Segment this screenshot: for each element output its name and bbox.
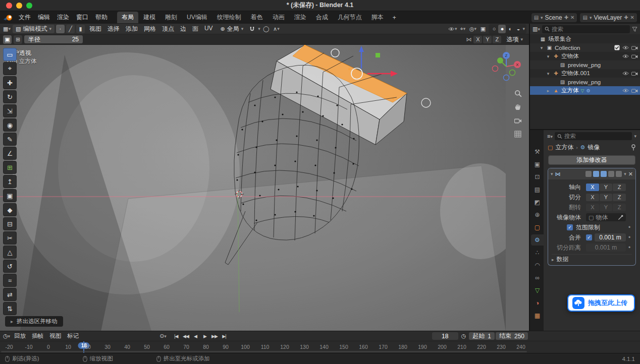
eye-icon[interactable] bbox=[622, 54, 629, 58]
bisect-axis-X-toggle[interactable]: X bbox=[586, 194, 599, 201]
outliner-row-空物体[interactable]: ▾✚空物体 bbox=[530, 52, 640, 60]
mirror-axis-Z-toggle[interactable]: Z bbox=[613, 184, 626, 191]
filter-icon[interactable] bbox=[632, 27, 637, 32]
display-viewport-toggle[interactable] bbox=[608, 171, 614, 177]
animate-dot[interactable]: • bbox=[627, 234, 632, 241]
workspace-tab-脚本[interactable]: 脚本 bbox=[367, 12, 388, 23]
add-workspace-button[interactable]: + bbox=[389, 13, 400, 22]
snap-options-dropdown[interactable]: ▾ bbox=[258, 26, 260, 31]
outliner-search-input[interactable] bbox=[552, 26, 627, 32]
hide-in-viewport-toggle[interactable] bbox=[622, 54, 629, 58]
properties-tab-texture[interactable]: ▦ bbox=[531, 310, 544, 321]
exclude-collection-checkbox[interactable] bbox=[614, 45, 620, 50]
outliner-search[interactable] bbox=[542, 25, 630, 33]
merge-checkbox[interactable]: ✓ bbox=[586, 234, 592, 240]
cursor-tool[interactable]: ⌖ bbox=[3, 62, 17, 75]
workspace-tab-着色[interactable]: 着色 bbox=[246, 12, 268, 23]
blender-logo-icon[interactable] bbox=[3, 14, 13, 22]
display-render-toggle[interactable] bbox=[616, 171, 622, 177]
properties-tab-physics[interactable]: ◠ bbox=[531, 260, 544, 271]
select-mode-vertex-button[interactable]: · bbox=[56, 25, 65, 33]
radius-slider[interactable]: 半径 25 bbox=[24, 35, 83, 43]
current-frame-field[interactable]: 18 bbox=[432, 332, 458, 340]
timeline-scrollbar[interactable] bbox=[1, 351, 527, 352]
checkbox-icon[interactable] bbox=[614, 45, 620, 50]
measure-tool[interactable]: ∠ bbox=[3, 147, 17, 160]
select-mode-edge-button[interactable]: ╱ bbox=[66, 25, 75, 33]
breadcrumb-modifier[interactable]: 镜像 bbox=[588, 143, 600, 152]
editor-type-button[interactable]: ▦▾ bbox=[3, 25, 11, 33]
properties-search-input[interactable] bbox=[564, 133, 630, 139]
loop-cut-tool[interactable]: ⊟ bbox=[3, 217, 17, 230]
mode-selector[interactable]: ▧ 编辑模式 ▾ bbox=[13, 25, 55, 33]
scale-tool[interactable]: ⇲ bbox=[3, 104, 17, 117]
knife-tool[interactable]: ✂ bbox=[3, 231, 17, 245]
topbar-menu-窗口[interactable]: 窗口 bbox=[73, 12, 92, 23]
bisect-axis-Y-toggle[interactable]: Y bbox=[600, 194, 613, 201]
select-mode-extend-button[interactable]: ⊞ bbox=[14, 35, 22, 44]
properties-tab-object-data[interactable]: ▽ bbox=[531, 285, 544, 296]
hide-in-viewport-toggle[interactable] bbox=[622, 88, 629, 93]
collapse-arrow-icon[interactable]: ▾ bbox=[551, 171, 553, 176]
select-mode-face-button[interactable]: ▮ bbox=[76, 25, 85, 33]
display-realtime-toggle[interactable] bbox=[601, 171, 607, 177]
operator-panel[interactable]: ▸ 挤出选区并移动 bbox=[5, 316, 63, 327]
select-mode-new-button[interactable]: ▣ bbox=[3, 35, 12, 44]
camera-view-button[interactable] bbox=[513, 115, 523, 126]
workspace-tab-渲染[interactable]: 渲染 bbox=[290, 12, 311, 23]
viewport-menu-面[interactable]: 面 bbox=[189, 24, 201, 34]
topbar-menu-编辑[interactable]: 编辑 bbox=[34, 12, 54, 23]
flip-axis-X-toggle[interactable]: X bbox=[586, 204, 599, 211]
jump-to-start-button[interactable]: |◀ bbox=[172, 332, 181, 340]
transform-orientation-selector[interactable]: ⊕ 全局 ▾ bbox=[218, 25, 247, 33]
timeline-menu-回放[interactable]: 回放 bbox=[11, 331, 29, 341]
disable-in-renders-toggle[interactable] bbox=[631, 88, 638, 93]
transform-tool[interactable]: ◉ bbox=[3, 118, 17, 132]
play-reverse-button[interactable]: ◀ bbox=[191, 332, 200, 340]
topbar-menu-文件[interactable]: 文件 bbox=[15, 12, 34, 23]
flip-axis-Y-toggle[interactable]: Y bbox=[600, 204, 613, 211]
properties-tab-scene[interactable]: ◩ bbox=[531, 197, 544, 208]
workspace-tab-动画[interactable]: 动画 bbox=[268, 12, 289, 23]
breadcrumb-object[interactable]: 立方体 bbox=[555, 143, 573, 152]
tool-mirror-axis-X[interactable]: X bbox=[473, 36, 482, 43]
mirror-object-field[interactable]: ▢ 物体 bbox=[586, 213, 626, 221]
properties-tab-particles[interactable]: ∴ bbox=[531, 247, 544, 258]
topbar-menu-渲染[interactable]: 渲染 bbox=[54, 12, 73, 23]
spin-tool[interactable]: ↺ bbox=[3, 260, 17, 273]
properties-search[interactable] bbox=[555, 132, 632, 140]
camera-icon[interactable] bbox=[631, 71, 638, 76]
mirror-axis-Y-toggle[interactable]: Y bbox=[600, 184, 613, 191]
properties-tab-object[interactable]: ▢ bbox=[531, 222, 544, 233]
frame-end-field[interactable]: 结束 250 bbox=[496, 332, 528, 340]
workspace-tab-UV编辑[interactable]: UV编辑 bbox=[182, 12, 212, 23]
camera-icon[interactable] bbox=[631, 54, 638, 58]
overlays-toggle[interactable]: ◎▾ bbox=[468, 25, 477, 33]
eye-icon[interactable] bbox=[622, 71, 629, 76]
poly-build-tool[interactable]: △ bbox=[3, 246, 17, 259]
jump-to-end-button[interactable]: ▶| bbox=[220, 332, 229, 340]
eye-icon[interactable] bbox=[622, 45, 629, 50]
hide-in-viewport-toggle[interactable] bbox=[622, 45, 629, 50]
tool-mirror-axis-Z[interactable]: Z bbox=[493, 36, 501, 43]
data-subpanel-header[interactable]: ▸ 数据 bbox=[552, 254, 632, 263]
timeline-editor-type-button[interactable]: ◷▾ bbox=[3, 333, 10, 339]
bevel-tool[interactable]: ◆ bbox=[3, 203, 17, 216]
viewport-menu-选择[interactable]: 选择 bbox=[104, 24, 123, 34]
zoom-button[interactable] bbox=[513, 88, 523, 98]
tool-options-dropdown[interactable]: 选项 ▾ bbox=[503, 35, 526, 44]
selectability-visibility-dropdown[interactable]: ▾ bbox=[448, 25, 457, 33]
viewport-menu-顶点[interactable]: 顶点 bbox=[159, 24, 177, 34]
gizmo-axis-z-neg[interactable] bbox=[504, 75, 509, 81]
properties-tab-world[interactable]: ⊕ bbox=[531, 209, 544, 220]
properties-tab-view-layer[interactable]: ▤ bbox=[531, 184, 544, 195]
annotate-tool[interactable]: ✎ bbox=[3, 133, 17, 146]
disable-in-renders-toggle[interactable] bbox=[631, 45, 638, 50]
modifier-close-icon[interactable]: ✕ bbox=[628, 171, 633, 177]
close-window-button[interactable] bbox=[6, 3, 12, 9]
viewport-menu-UV[interactable]: UV bbox=[201, 24, 216, 34]
vertex-group-filter-toggle[interactable] bbox=[585, 171, 592, 177]
expand-arrow-icon[interactable]: ▾ bbox=[546, 71, 551, 76]
properties-tab-tool[interactable]: ⚒ bbox=[531, 146, 544, 157]
properties-editor-type-button[interactable]: ≡▾ bbox=[547, 133, 553, 139]
